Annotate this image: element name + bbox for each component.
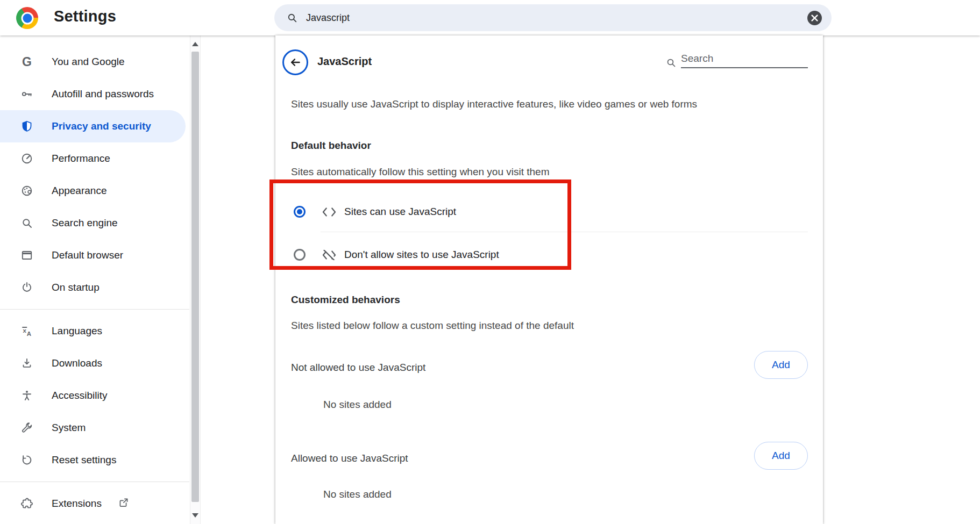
download-icon — [20, 357, 33, 370]
wrench-icon — [20, 421, 33, 434]
divider — [321, 232, 808, 232]
sidebar-item-privacy-and-security[interactable]: Privacy and security — [0, 110, 186, 142]
sidebar-item-label: Default browser — [52, 249, 123, 261]
page-search[interactable] — [665, 52, 808, 68]
sidebar-item-you-and-google[interactable]: G You and Google — [0, 46, 189, 78]
radio-row-sites-can-use-javascript[interactable]: Sites can use JavaScript — [291, 200, 456, 224]
sidebar-item-appearance[interactable]: Appearance — [0, 175, 189, 207]
header-bar: Settings — [0, 0, 980, 35]
not-allowed-group-label: Not allowed to use JavaScript — [291, 362, 425, 374]
radio-label: Don't allow sites to use JavaScript — [344, 249, 499, 261]
radio-selected[interactable] — [294, 206, 306, 218]
sidebar-item-label: Downloads — [52, 357, 102, 369]
settings-search-input[interactable] — [306, 12, 807, 24]
page-search-input[interactable] — [681, 52, 808, 68]
sidebar-item-label: Search engine — [52, 217, 118, 229]
not-allowed-empty-text: No sites added — [323, 399, 392, 411]
divider — [0, 309, 189, 310]
translate-icon: x A — [20, 325, 33, 338]
close-icon — [811, 15, 818, 21]
sidebar-item-languages[interactable]: x A Languages — [0, 315, 189, 347]
sidebar-item-label: Autofill and passwords — [52, 88, 154, 100]
sidebar-item-label: System — [52, 422, 86, 434]
customized-behaviors-subtitle: Sites listed below follow a custom setti… — [291, 320, 574, 332]
radio-unselected[interactable] — [294, 249, 306, 261]
key-icon — [20, 88, 33, 101]
external-link-icon — [118, 497, 130, 511]
allowed-empty-text: No sites added — [323, 489, 392, 500]
sidebar-item-system[interactable]: System — [0, 412, 189, 444]
palette-icon — [20, 184, 33, 197]
back-arrow-icon — [288, 55, 302, 69]
speedometer-icon — [20, 152, 33, 165]
search-icon — [20, 217, 33, 229]
sidebar-item-label: On startup — [52, 282, 100, 293]
settings-search-bar[interactable] — [274, 4, 832, 31]
sidebar-item-label: Reset settings — [52, 454, 116, 466]
sidebar-item-label: You and Google — [52, 56, 125, 68]
sidebar-item-label: Appearance — [52, 185, 106, 197]
back-button[interactable] — [282, 49, 308, 75]
clear-search-button[interactable] — [807, 11, 822, 25]
accessibility-icon — [20, 389, 33, 402]
sidebar-item-reset-settings[interactable]: Reset settings — [0, 444, 189, 476]
divider — [0, 482, 189, 482]
default-behavior-subtitle: Sites automatically follow this setting … — [291, 166, 550, 178]
sidebar-item-performance[interactable]: Performance — [0, 142, 189, 175]
sidebar-item-on-startup[interactable]: On startup — [0, 271, 189, 304]
svg-text:G: G — [22, 55, 32, 68]
sidebar-item-label: Extensions — [52, 498, 102, 509]
sidebar-item-label: Accessibility — [52, 390, 107, 401]
google-g-icon: G — [20, 55, 33, 68]
svg-text:A: A — [27, 331, 31, 337]
sidebar-item-downloads[interactable]: Downloads — [0, 347, 189, 379]
power-icon — [20, 281, 33, 294]
code-off-icon — [322, 250, 337, 260]
add-not-allowed-button[interactable]: Add — [754, 351, 808, 379]
settings-sidebar: G You and Google Autofill and passwords … — [0, 35, 189, 524]
radio-label: Sites can use JavaScript — [344, 206, 456, 218]
page-title: JavaScript — [317, 55, 372, 68]
allowed-group-label: Allowed to use JavaScript — [291, 453, 408, 464]
sidebar-item-search-engine[interactable]: Search engine — [0, 207, 189, 239]
puzzle-icon — [20, 497, 33, 510]
sidebar-scrollbar[interactable] — [190, 35, 201, 524]
search-icon — [665, 57, 677, 68]
sidebar-item-label: Languages — [52, 325, 102, 337]
sidebar-item-extensions[interactable]: Extensions — [0, 487, 189, 520]
scrollbar-thumb[interactable] — [191, 52, 199, 502]
sidebar-item-default-browser[interactable]: Default browser — [0, 239, 189, 271]
chrome-logo-icon — [16, 7, 38, 29]
browser-window-icon — [20, 249, 33, 262]
default-behavior-heading: Default behavior — [291, 140, 371, 152]
page-description: Sites usually use JavaScript to display … — [291, 98, 697, 110]
svg-text:x: x — [23, 327, 26, 334]
shield-icon — [20, 120, 33, 133]
chrome-settings-page: Settings G You and Google — [0, 0, 980, 524]
sidebar-item-accessibility[interactable]: Accessibility — [0, 379, 189, 412]
sidebar-item-label: Performance — [52, 153, 110, 164]
scroll-up-button[interactable] — [192, 42, 198, 46]
reset-icon — [20, 454, 33, 466]
sidebar-item-label: Privacy and security — [52, 120, 151, 132]
code-icon — [322, 207, 337, 217]
customized-behaviors-heading: Customized behaviors — [291, 294, 400, 306]
app-title: Settings — [54, 8, 116, 25]
add-allowed-button[interactable]: Add — [754, 442, 808, 470]
scroll-down-button[interactable] — [192, 513, 198, 518]
search-icon — [286, 12, 298, 24]
javascript-settings-card: JavaScript Sites usually use JavaScript … — [275, 35, 823, 524]
radio-row-dont-allow-javascript[interactable]: Don't allow sites to use JavaScript — [291, 243, 499, 267]
sidebar-item-autofill[interactable]: Autofill and passwords — [0, 78, 189, 110]
